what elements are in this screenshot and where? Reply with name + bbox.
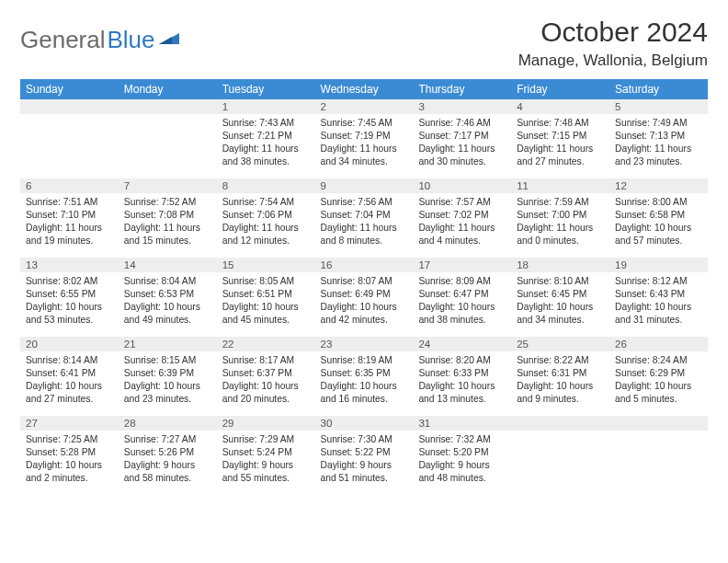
day-details: Sunrise: 8:15 AMSunset: 6:39 PMDaylight:…	[119, 351, 217, 408]
sunset-text: Sunset: 6:45 PM	[517, 288, 604, 301]
day-number-row: 2728293031	[20, 416, 708, 431]
sunrise-text: Sunrise: 7:27 AM	[124, 433, 211, 446]
sunrise-text: Sunrise: 7:54 AM	[222, 196, 310, 209]
day-details: Sunrise: 8:07 AMSunset: 6:49 PMDaylight:…	[315, 272, 414, 329]
daylight-text: Daylight: 9 hours and 51 minutes.	[321, 459, 408, 485]
sunset-text: Sunset: 7:08 PM	[124, 209, 211, 222]
daylight-text: Daylight: 10 hours and 13 minutes.	[418, 380, 506, 406]
daylight-text: Daylight: 10 hours and 16 minutes.	[321, 380, 408, 406]
day-details: Sunrise: 7:51 AMSunset: 7:10 PMDaylight:…	[20, 193, 119, 250]
day-number-cell: 25	[511, 337, 609, 351]
day-cell: Sunrise: 8:12 AMSunset: 6:43 PMDaylight:…	[609, 272, 708, 337]
day-cell: Sunrise: 7:46 AMSunset: 7:17 PMDaylight:…	[413, 114, 511, 178]
daylight-text: Daylight: 11 hours and 4 minutes.	[418, 222, 506, 247]
daylight-text: Daylight: 10 hours and 31 minutes.	[615, 301, 702, 327]
header: GeneralBlue October 2024 Manage, Walloni…	[20, 17, 708, 70]
brand-logo: GeneralBlue	[20, 17, 179, 58]
day-number-cell: 6	[20, 178, 119, 193]
sunset-text: Sunset: 5:28 PM	[26, 446, 113, 459]
day-details: Sunrise: 7:59 AMSunset: 7:00 PMDaylight:…	[511, 193, 609, 250]
day-details: Sunrise: 8:04 AMSunset: 6:53 PMDaylight:…	[119, 272, 217, 329]
daylight-text: Daylight: 10 hours and 27 minutes.	[26, 380, 113, 406]
day-cell: Sunrise: 8:09 AMSunset: 6:47 PMDaylight:…	[413, 272, 511, 337]
day-number-cell: 16	[315, 258, 414, 272]
sunrise-text: Sunrise: 8:07 AM	[321, 275, 408, 288]
day-details: Sunrise: 8:22 AMSunset: 6:31 PMDaylight:…	[511, 351, 609, 408]
day-data-row: Sunrise: 7:25 AMSunset: 5:28 PMDaylight:…	[20, 431, 708, 495]
sunrise-text: Sunrise: 7:29 AM	[222, 433, 310, 446]
day-number-cell: 19	[609, 258, 708, 272]
day-number-cell: 18	[511, 258, 609, 272]
daylight-text: Daylight: 11 hours and 12 minutes.	[222, 222, 310, 247]
day-cell: Sunrise: 8:20 AMSunset: 6:33 PMDaylight:…	[413, 351, 511, 416]
sunrise-text: Sunrise: 8:24 AM	[615, 354, 702, 367]
daylight-text: Daylight: 10 hours and 34 minutes.	[517, 301, 604, 327]
sunset-text: Sunset: 6:51 PM	[222, 288, 310, 301]
daylight-text: Daylight: 10 hours and 9 minutes.	[517, 380, 604, 406]
sunrise-text: Sunrise: 7:51 AM	[26, 196, 113, 209]
day-details: Sunrise: 7:25 AMSunset: 5:28 PMDaylight:…	[20, 431, 119, 488]
day-cell: Sunrise: 7:43 AMSunset: 7:21 PMDaylight:…	[217, 114, 315, 178]
sunrise-text: Sunrise: 7:59 AM	[517, 196, 604, 209]
day-details: Sunrise: 7:32 AMSunset: 5:20 PMDaylight:…	[413, 431, 511, 488]
day-cell: Sunrise: 7:51 AMSunset: 7:10 PMDaylight:…	[20, 193, 119, 258]
day-number-cell: 5	[609, 99, 708, 114]
day-cell	[119, 114, 217, 178]
sunset-text: Sunset: 7:00 PM	[517, 209, 604, 222]
day-number-cell: 22	[217, 337, 315, 351]
daylight-text: Daylight: 10 hours and 49 minutes.	[124, 301, 211, 327]
sunset-text: Sunset: 7:21 PM	[222, 130, 310, 143]
sunset-text: Sunset: 5:24 PM	[222, 446, 310, 459]
sunrise-text: Sunrise: 7:43 AM	[222, 117, 310, 130]
day-data-row: Sunrise: 7:43 AMSunset: 7:21 PMDaylight:…	[20, 114, 708, 178]
day-details: Sunrise: 7:52 AMSunset: 7:08 PMDaylight:…	[119, 193, 217, 250]
sunset-text: Sunset: 5:22 PM	[321, 446, 408, 459]
sunrise-text: Sunrise: 7:30 AM	[321, 433, 408, 446]
day-number-cell: 11	[511, 178, 609, 193]
sunset-text: Sunset: 7:10 PM	[26, 209, 113, 222]
daylight-text: Daylight: 10 hours and 57 minutes.	[615, 222, 702, 247]
day-details: Sunrise: 8:24 AMSunset: 6:29 PMDaylight:…	[609, 351, 708, 408]
day-number-cell: 2	[315, 99, 414, 114]
sunrise-text: Sunrise: 7:52 AM	[124, 196, 211, 209]
calendar-table: Sunday Monday Tuesday Wednesday Thursday…	[20, 79, 708, 495]
day-details: Sunrise: 8:02 AMSunset: 6:55 PMDaylight:…	[20, 272, 119, 329]
daylight-text: Daylight: 10 hours and 42 minutes.	[321, 301, 408, 327]
day-number-cell: 31	[413, 416, 511, 431]
day-cell	[511, 431, 609, 495]
day-cell	[20, 114, 119, 178]
sunset-text: Sunset: 7:06 PM	[222, 209, 310, 222]
day-number-cell	[609, 416, 708, 431]
day-number-cell: 4	[511, 99, 609, 114]
day-cell: Sunrise: 8:10 AMSunset: 6:45 PMDaylight:…	[511, 272, 609, 337]
day-number-cell: 12	[609, 178, 708, 193]
sunset-text: Sunset: 6:43 PM	[615, 288, 702, 301]
sunset-text: Sunset: 6:49 PM	[321, 288, 408, 301]
brand-text-2: Blue	[108, 26, 155, 54]
daylight-text: Daylight: 11 hours and 15 minutes.	[124, 222, 211, 247]
day-details: Sunrise: 8:20 AMSunset: 6:33 PMDaylight:…	[413, 351, 511, 408]
day-data-row: Sunrise: 7:51 AMSunset: 7:10 PMDaylight:…	[20, 193, 708, 258]
day-number-cell: 9	[315, 178, 414, 193]
day-number-cell	[119, 99, 217, 114]
sunset-text: Sunset: 6:31 PM	[517, 367, 604, 380]
day-details: Sunrise: 7:45 AMSunset: 7:19 PMDaylight:…	[315, 114, 414, 171]
day-cell: Sunrise: 7:30 AMSunset: 5:22 PMDaylight:…	[315, 431, 414, 495]
day-number-row: 13141516171819	[20, 258, 708, 272]
day-number-cell: 17	[413, 258, 511, 272]
sunrise-text: Sunrise: 8:12 AM	[615, 275, 702, 288]
day-number-row: 20212223242526	[20, 337, 708, 351]
daylight-text: Daylight: 11 hours and 19 minutes.	[26, 222, 113, 247]
sunset-text: Sunset: 7:15 PM	[517, 130, 604, 143]
day-cell: Sunrise: 7:25 AMSunset: 5:28 PMDaylight:…	[20, 431, 119, 495]
sunset-text: Sunset: 7:19 PM	[321, 130, 408, 143]
day-details: Sunrise: 8:12 AMSunset: 6:43 PMDaylight:…	[609, 272, 708, 329]
sunset-text: Sunset: 6:39 PM	[124, 367, 211, 380]
day-details: Sunrise: 7:48 AMSunset: 7:15 PMDaylight:…	[511, 114, 609, 171]
sunset-text: Sunset: 6:53 PM	[124, 288, 211, 301]
day-details: Sunrise: 7:29 AMSunset: 5:24 PMDaylight:…	[217, 431, 315, 488]
day-cell: Sunrise: 8:24 AMSunset: 6:29 PMDaylight:…	[609, 351, 708, 416]
day-number-cell: 27	[20, 416, 119, 431]
sunset-text: Sunset: 6:55 PM	[26, 288, 113, 301]
sunrise-text: Sunrise: 8:09 AM	[418, 275, 506, 288]
